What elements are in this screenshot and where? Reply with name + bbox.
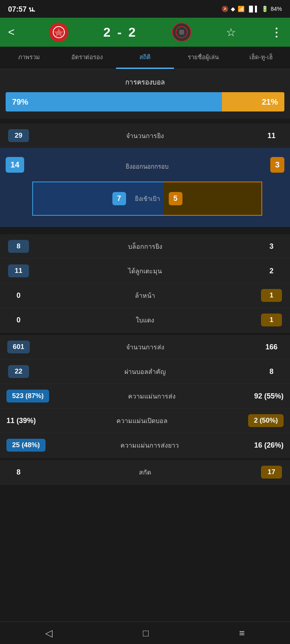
nav-home-button[interactable]: □ [143, 627, 149, 639]
stat-row-keypasses: 22 ผ่านบอลสำคัญ 8 [0, 359, 290, 384]
stat-left-blocked: 8 [6, 240, 31, 253]
stat-label-passes: จำนวนการส่ง [31, 342, 259, 352]
stat-right-redcard: 1 [259, 314, 284, 326]
tab-players[interactable]: รายชื่อผู้เล่น [174, 47, 232, 69]
inner-right-val: 5 [169, 192, 182, 205]
stat-row-passacc: 523 (87%) ความแม่นการส่ง 92 (55%) [0, 384, 290, 409]
stat-right-tackles: 17 [259, 466, 284, 479]
stat-label-offside: ล้าหน้า [31, 291, 259, 301]
inner-left-val: 7 [112, 192, 126, 205]
tab-h2h[interactable]: เฮ็ด-ทู-เฮ็ [232, 47, 290, 69]
stat-left-crossacc: 11 (39%) [6, 417, 36, 425]
shot-inner-right: 5 [164, 182, 262, 216]
stat-label-shots: จำนวนการยิง [31, 131, 259, 141]
possession-section: การครองบอล 79% 21% [0, 69, 290, 121]
stat-label-keypasses: ผ่านบอลสำคัญ [31, 367, 259, 377]
stat-label-longpass: ความแม่นการส่งยาว [46, 440, 254, 450]
shot-chart-outer: 14 ยิงออกนอกกรอบ 7 ยิงเข้าเป้า 5 3 [6, 155, 284, 220]
shot-inner-left: 7 [32, 182, 130, 216]
possession-title: การครองบอล [6, 73, 284, 92]
team-left-logo [49, 23, 68, 42]
stat-row-blocked: 8 บล็อกการยิง 3 [0, 234, 290, 259]
tab-odds[interactable]: อัตราต่อรอง [58, 47, 116, 69]
stat-left-tackles: 8 [6, 468, 31, 477]
tab-overview[interactable]: ภาพรวม [0, 47, 58, 69]
possession-left: 79% [6, 92, 222, 111]
possession-right: 21% [222, 92, 284, 111]
stats-content: การครองบอล 79% 21% 29 จำนวนการยิง 11 14 … [0, 69, 290, 513]
stat-left-shots: 29 [6, 129, 31, 142]
stat-label-blocked: บล็อกการยิง [31, 242, 259, 252]
stat-left-redcard: 0 [6, 316, 31, 324]
shot-inner-label-area: ยิงเข้าเป้า [131, 182, 164, 216]
stat-right-keypasses: 8 [259, 367, 284, 376]
stat-right-passacc: 92 (55%) [254, 392, 284, 400]
stat-row-redcard: 0 ใบแดง 1 [0, 308, 290, 332]
stat-left-longpass: 25 (48%) [6, 439, 46, 452]
match-score: 2 - 2 [104, 25, 137, 40]
stat-row-passes: 601 จำนวนการส่ง 166 [0, 335, 290, 359]
status-icons: 🔕 ◆ 📶 ▐▌▌ 🔋 84% [222, 6, 282, 12]
team-right-logo [172, 23, 191, 42]
match-header: < 2 - 2 ☆ ⋮ [0, 18, 290, 47]
stat-row-offside: 0 ล้าหน้า 1 [0, 283, 290, 308]
stat-right-crossacc: 2 (50%) [248, 414, 284, 427]
svg-rect-3 [179, 30, 184, 35]
battery-pct: 84% [271, 6, 282, 12]
signal-icon: ◆ [231, 6, 235, 12]
shot-on-target-left-outer: 14 [6, 157, 24, 173]
stat-right-shots: 11 [259, 132, 284, 140]
back-button[interactable]: < [8, 26, 14, 39]
stat-row-corners: 11 ได้ลูกเตะมุน 2 [0, 259, 290, 283]
possession-bar: 79% 21% [6, 92, 284, 111]
network-icon: ▐▌▌ [247, 6, 259, 12]
stat-row-crossacc: 11 (39%) ความแม่นเปิดบอล 2 (50%) [0, 409, 290, 433]
shot-inner-box: 7 ยิงเข้าเป้า 5 [32, 182, 262, 216]
stat-label-crossacc: ความแม่นเปิดบอล [36, 416, 248, 426]
stat-left-passacc: 523 (87%) [6, 390, 49, 402]
stat-right-blocked: 3 [259, 242, 284, 251]
wifi-icon: 📶 [238, 6, 244, 12]
shot-chart-section: 14 ยิงออกนอกกรอบ 7 ยิงเข้าเป้า 5 3 [0, 148, 290, 229]
status-time: 07:57 น. [8, 3, 35, 15]
stat-left-passes: 601 [6, 341, 31, 353]
nav-menu-button[interactable]: ≡ [239, 627, 245, 639]
shot-label-outer: ยิงออกนอกกรอบ [24, 159, 270, 171]
stat-right-passes: 166 [259, 343, 284, 351]
nav-back-button[interactable]: ◁ [45, 627, 52, 639]
stat-label-tackles: สกัด [31, 467, 259, 477]
stat-left-offside: 0 [6, 291, 31, 300]
stat-label-corners: ได้ลูกเตะมุน [31, 266, 259, 276]
stat-left-keypasses: 22 [6, 365, 31, 378]
shot-on-target-right-outer: 3 [270, 157, 284, 173]
more-button[interactable]: ⋮ [271, 26, 282, 39]
stat-label-passacc: ความแม่นการส่ง [49, 391, 254, 401]
favorite-button[interactable]: ☆ [226, 26, 236, 39]
bottom-spacer [0, 485, 290, 513]
stat-row-tackles: 8 สกัด 17 [0, 460, 290, 485]
stat-left-corners: 11 [6, 264, 31, 277]
stat-row-longpass: 25 (48%) ความแม่นการส่งยาว 16 (26%) [0, 433, 290, 458]
stat-right-longpass: 16 (26%) [254, 441, 284, 450]
stat-right-corners: 2 [259, 267, 284, 275]
tab-bar: ภาพรวม อัตราต่อรอง สถิติ รายชื่อผู้เล่น … [0, 47, 290, 69]
mute-icon: 🔕 [222, 6, 228, 12]
stat-label-redcard: ใบแดง [31, 315, 259, 325]
stat-right-offside: 1 [259, 289, 284, 302]
battery-icon: 🔋 [261, 6, 268, 12]
bottom-navigation: ◁ □ ≡ [0, 621, 290, 644]
tab-stats[interactable]: สถิติ [116, 47, 174, 69]
status-bar: 07:57 น. 🔕 ◆ 📶 ▐▌▌ 🔋 84% [0, 0, 290, 18]
inner-label: ยิงเข้าเป้า [135, 194, 160, 204]
stat-row-shots: 29 จำนวนการยิง 11 [0, 124, 290, 148]
